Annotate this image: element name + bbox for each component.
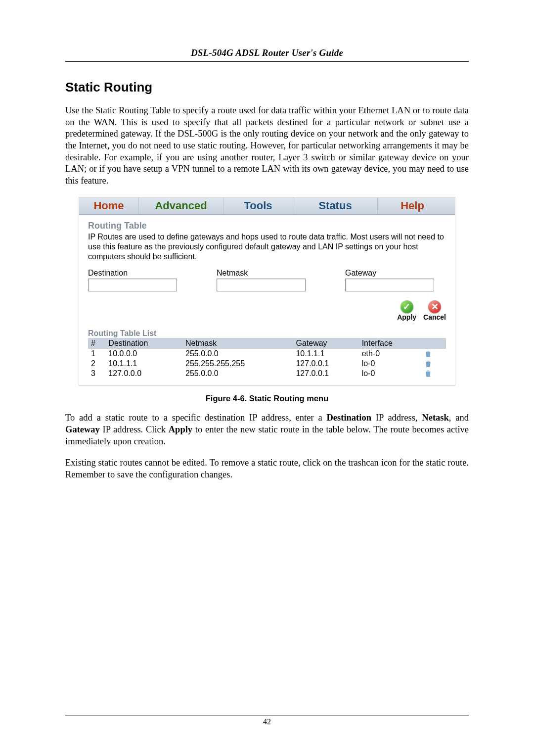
trash-icon — [424, 349, 433, 358]
cell-if: lo-0 — [359, 359, 421, 369]
x-icon: ✕ — [428, 300, 441, 313]
post-figure-paragraph-1: To add a static route to a specific dest… — [65, 412, 469, 447]
routing-table-list: # Destination Netmask Gateway Interface … — [88, 338, 446, 378]
cell-num: 2 — [88, 359, 105, 369]
col-dest: Destination — [105, 338, 182, 349]
col-num: # — [88, 338, 105, 349]
cell-dest: 10.1.1.1 — [105, 359, 182, 369]
cancel-label: Cancel — [423, 313, 446, 321]
input-destination[interactable] — [88, 279, 177, 291]
router-admin-ui: Home Advanced Tools Status Help Routing … — [79, 197, 455, 386]
tab-help[interactable]: Help — [378, 197, 455, 214]
trash-icon — [424, 359, 433, 368]
label-gateway: Gateway — [345, 269, 434, 278]
tab-status[interactable]: Status — [293, 197, 378, 214]
cell-gw: 10.1.1.1 — [293, 349, 358, 359]
post-figure-paragraph-2: Existing static routes cannot be edited.… — [65, 457, 469, 480]
delete-route-button[interactable] — [421, 369, 446, 378]
apply-label: Apply — [397, 313, 416, 321]
tab-home[interactable]: Home — [79, 197, 139, 214]
cell-mask: 255.0.0.0 — [182, 369, 293, 378]
cell-gw: 127.0.0.1 — [293, 369, 358, 378]
delete-route-button[interactable] — [421, 359, 446, 369]
trash-icon — [424, 369, 433, 378]
cancel-button[interactable]: ✕ Cancel — [423, 300, 446, 321]
col-mask: Netmask — [182, 338, 293, 349]
delete-route-button[interactable] — [421, 349, 446, 359]
input-netmask[interactable] — [217, 279, 306, 291]
cell-mask: 255.0.0.0 — [182, 349, 293, 359]
input-gateway[interactable] — [345, 279, 434, 291]
cell-if: lo-0 — [359, 369, 421, 378]
cell-if: eth-0 — [359, 349, 421, 359]
field-netmask: Netmask — [217, 269, 306, 291]
cell-num: 1 — [88, 349, 105, 359]
routing-list-title: Routing Table List — [88, 329, 446, 338]
apply-button[interactable]: ✓ Apply — [397, 300, 416, 321]
table-row: 2 10.1.1.1 255.255.255.255 127.0.0.1 lo-… — [88, 359, 446, 369]
section-title: Static Routing — [65, 80, 469, 95]
tab-advanced[interactable]: Advanced — [139, 197, 223, 214]
tab-tools[interactable]: Tools — [223, 197, 293, 214]
cell-dest: 127.0.0.0 — [105, 369, 182, 378]
table-row: 3 127.0.0.0 255.0.0.0 127.0.0.1 lo-0 — [88, 369, 446, 378]
label-destination: Destination — [88, 269, 177, 278]
main-tabs: Home Advanced Tools Status Help — [79, 197, 455, 215]
col-if: Interface — [359, 338, 421, 349]
routing-table-title: Routing Table — [88, 221, 446, 231]
field-destination: Destination — [88, 269, 177, 291]
cell-dest: 10.0.0.0 — [105, 349, 182, 359]
label-netmask: Netmask — [217, 269, 306, 278]
routing-table-desc: IP Routes are used to define gateways an… — [88, 232, 446, 262]
intro-paragraph: Use the Static Routing Table to specify … — [65, 105, 469, 187]
table-row: 1 10.0.0.0 255.0.0.0 10.1.1.1 eth-0 — [88, 349, 446, 359]
page-number: 42 — [65, 715, 469, 726]
check-icon: ✓ — [400, 300, 413, 313]
cell-num: 3 — [88, 369, 105, 378]
running-header: DSL-504G ADSL Router User's Guide — [65, 47, 469, 62]
field-gateway: Gateway — [345, 269, 434, 291]
cell-gw: 127.0.0.1 — [293, 359, 358, 369]
col-gw: Gateway — [293, 338, 358, 349]
cell-mask: 255.255.255.255 — [182, 359, 293, 369]
figure-caption: Figure 4-6. Static Routing menu — [65, 394, 469, 403]
